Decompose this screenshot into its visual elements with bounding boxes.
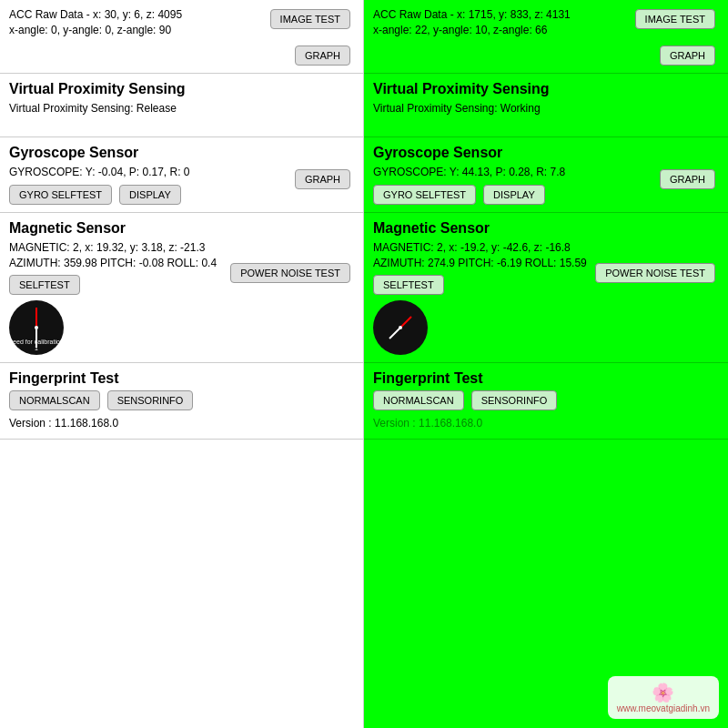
right-magnetic-selftest-button[interactable]: SELFTEST [373,275,444,295]
watermark-url: www.meovatgiadinh.vn [617,703,710,713]
left-magnetic-title: Magnetic Sensor [9,220,354,237]
right-acc-graph-button[interactable]: GRAPH [660,46,715,66]
left-gyro-selftest-button[interactable]: GYRO SELFTEST [9,185,112,205]
left-proximity-title: Virtual Proximity Sensing [9,81,354,97]
svg-line-4 [389,328,400,339]
right-acc-section: ACC Raw Data - x: 1715, y: 833, z: 4131 … [364,0,728,74]
right-proximity-title: Virtual Proximity Sensing [373,81,719,97]
left-fingerprint-title: Fingerprint Test [9,370,354,387]
left-fingerprint-section: Fingerprint Test NORMALSCAN SENSORINFO V… [0,363,363,440]
right-panel: ACC Raw Data - x: 1715, y: 833, z: 4131 … [364,0,728,728]
watermark: 🌸 www.meovatgiadinh.vn [608,676,719,719]
right-gyro-section: Gyroscope Sensor GYROSCOPE: Y: 44.13, P:… [364,137,728,214]
right-magnetic-title: Magnetic Sensor [373,220,719,237]
right-image-test-button[interactable]: IMAGE TEST [635,9,715,29]
left-proximity-section: Virtual Proximity Sensing Virtual Proxim… [0,74,363,137]
right-gyro-selftest-button[interactable]: GYRO SELFTEST [373,185,476,205]
right-magnetic-section: Magnetic Sensor MAGNETIC: 2, x: -19.2, y… [364,213,728,363]
right-fingerprint-section: Fingerprint Test NORMALSCAN SENSORINFO V… [364,363,728,440]
svg-point-5 [399,326,402,329]
left-gyro-display-button[interactable]: DISPLAY [119,185,181,205]
left-acc-graph-button[interactable]: GRAPH [295,46,350,66]
left-sensorinfo-button[interactable]: SENSORINFO [107,390,194,410]
svg-point-2 [35,326,38,329]
right-fingerprint-version: Version : 11.168.168.0 [373,416,719,431]
left-acc-section: ACC Raw Data - x: 30, y: 6, z: 4095 x-an… [0,0,363,74]
left-proximity-status: Virtual Proximity Sensing: Release [9,101,354,116]
right-gyro-title: Gyroscope Sensor [373,145,719,161]
left-magnetic-selftest-button[interactable]: SELFTEST [9,275,80,295]
right-sensorinfo-button[interactable]: SENSORINFO [471,390,558,410]
left-gyro-section: Gyroscope Sensor GYROSCOPE: Y: -0.04, P:… [0,137,363,214]
left-magnetic-line1: MAGNETIC: 2, x: 19.32, y: 3.18, z: -21.3 [9,240,354,256]
right-gyro-display-button[interactable]: DISPLAY [483,185,545,205]
right-compass [373,300,428,355]
svg-line-3 [400,317,411,328]
left-power-noise-button[interactable]: POWER NOISE TEST [230,263,350,283]
watermark-icon: 🌸 [652,682,674,703]
right-power-noise-button[interactable]: POWER NOISE TEST [595,263,715,283]
right-proximity-section: Virtual Proximity Sensing Virtual Proxim… [364,74,728,137]
right-fingerprint-title: Fingerprint Test [373,370,719,387]
right-gyro-graph-button[interactable]: GRAPH [660,169,715,189]
left-panel: ACC Raw Data - x: 30, y: 6, z: 4095 x-an… [0,0,364,728]
left-compass: need for calibration1 [9,300,64,355]
left-fingerprint-version: Version : 11.168.168.0 [9,416,354,431]
right-magnetic-line1: MAGNETIC: 2, x: -19.2, y: -42.6, z: -16.… [373,240,719,256]
left-magnetic-section: Magnetic Sensor MAGNETIC: 2, x: 19.32, y… [0,213,363,363]
left-gyro-graph-button[interactable]: GRAPH [295,169,350,189]
left-gyro-title: Gyroscope Sensor [9,145,354,161]
right-normalscan-button[interactable]: NORMALSCAN [373,390,464,410]
left-image-test-button[interactable]: IMAGE TEST [270,9,350,29]
left-normalscan-button[interactable]: NORMALSCAN [9,390,100,410]
left-compass-label: need for calibration1 [9,339,64,351]
right-proximity-status: Virtual Proximity Sensing: Working [373,101,719,116]
